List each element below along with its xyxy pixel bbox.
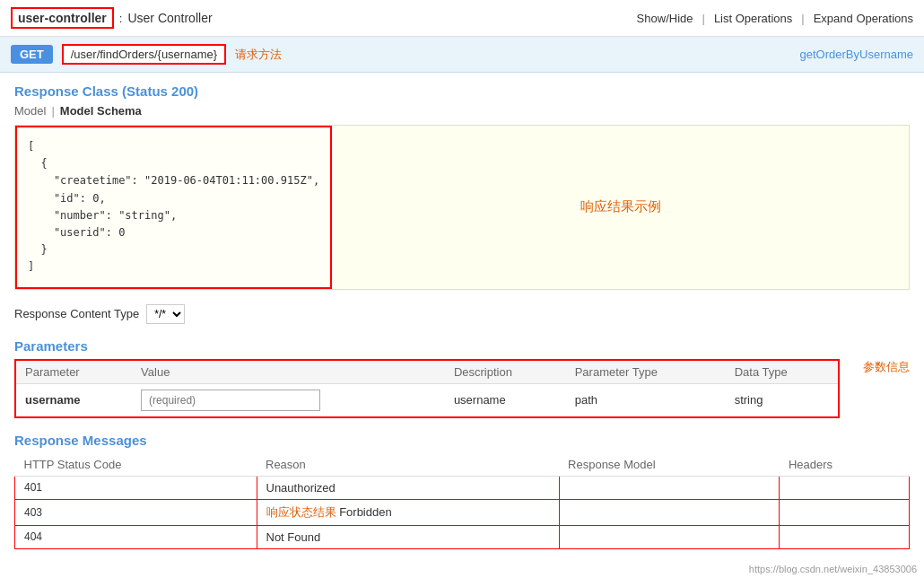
param-value-input[interactable] [141,390,320,411]
response-class-title: Response Class (Status 200) [14,83,910,99]
header: user-controller : User Controller Show/H… [0,0,924,37]
col-status-code: HTTP Status Code [15,453,257,477]
col-reason: Reason [257,453,559,477]
params-table-wrapper: Parameter Value Description Parameter Ty… [14,359,840,418]
tab-divider: | [51,104,54,118]
json-block: [ { "createtime": "2019-06-04T01:11:00.9… [15,126,332,289]
content-type-label: Response Content Type [14,307,139,320]
col-parameter: Parameter [16,361,132,384]
header-actions: Show/Hide | List Operations | Expand Ope… [637,12,913,25]
param-data-type: string [726,383,838,416]
headers-404 [780,525,910,548]
list-operations-link[interactable]: List Operations [714,12,792,25]
content-type-row: Response Content Type */* [14,304,910,324]
resp-row-401: 401 Unauthorized [15,476,910,499]
divider2: | [801,12,804,25]
tab-schema[interactable]: Model Schema [60,104,142,118]
content-type-select[interactable]: */* [146,304,185,324]
model-404 [559,525,780,548]
operation-id: getOrderByUsername [800,48,913,61]
status-404: 404 [15,525,257,548]
reason-403: 响应状态结果 Forbidden [257,499,559,525]
title-separator: : [119,12,123,25]
col-response-model: Response Model [559,453,780,477]
col-param-type: Parameter Type [566,361,726,384]
response-messages-table: HTTP Status Code Reason Response Model H… [14,453,910,549]
model-401 [559,476,780,499]
divider1: | [702,12,704,25]
resp-row-403: 403 响应状态结果 Forbidden [15,499,910,525]
reason-401: Unauthorized [257,476,559,499]
col-data-type: Data Type [726,361,838,384]
param-type: path [566,383,726,416]
headers-403 [780,499,910,525]
expand-operations-link[interactable]: Expand Operations [814,12,913,25]
status-403: 403 [15,499,257,525]
response-area: [ { "createtime": "2019-06-04T01:11:00.9… [14,125,910,290]
params-table: Parameter Value Description Parameter Ty… [16,361,838,416]
col-description: Description [445,361,566,384]
param-name: username [16,383,132,416]
reason-404: Not Found [257,525,559,548]
resp-header-row: HTTP Status Code Reason Response Model H… [15,453,910,477]
endpoint-row: GET /user/findOrders/{username} 请求方法 get… [0,37,924,73]
main-content: Response Class (Status 200) Model | Mode… [0,73,924,560]
reason-403-text: Forbidden [339,505,392,519]
controller-name: user-controller [11,7,114,29]
response-class-section: Response Class (Status 200) Model | Mode… [14,83,910,290]
header-left: user-controller : User Controller [11,7,213,29]
headers-401 [780,476,910,499]
col-headers: Headers [780,453,910,477]
header-title: User Controller [127,11,212,25]
param-description: username [445,383,566,416]
param-value-cell [132,383,445,416]
resp-state-label: 响应状态结果 [266,505,336,519]
response-messages-section: Response Messages HTTP Status Code Reaso… [14,433,910,549]
resp-row-404: 404 Not Found [15,525,910,548]
method-badge: GET [11,45,53,64]
model-403 [559,499,780,525]
params-right-label: 参数信息 [863,359,910,375]
model-tabs: Model | Model Schema [14,104,910,118]
endpoint-path: /user/findOrders/{username} [62,44,226,65]
params-header-row: Parameter Value Description Parameter Ty… [16,361,838,384]
response-messages-title: Response Messages [14,433,910,448]
status-401: 401 [15,476,257,499]
parameters-section: Parameters Parameter Value Description P… [14,338,910,418]
example-label: 响应结果示例 [332,126,909,289]
show-hide-link[interactable]: Show/Hide [637,12,693,25]
endpoint-description: 请求方法 [235,47,282,63]
tab-model[interactable]: Model [14,104,46,118]
col-value: Value [132,361,445,384]
param-row: username username path string [16,383,838,416]
parameters-title: Parameters [14,338,910,354]
